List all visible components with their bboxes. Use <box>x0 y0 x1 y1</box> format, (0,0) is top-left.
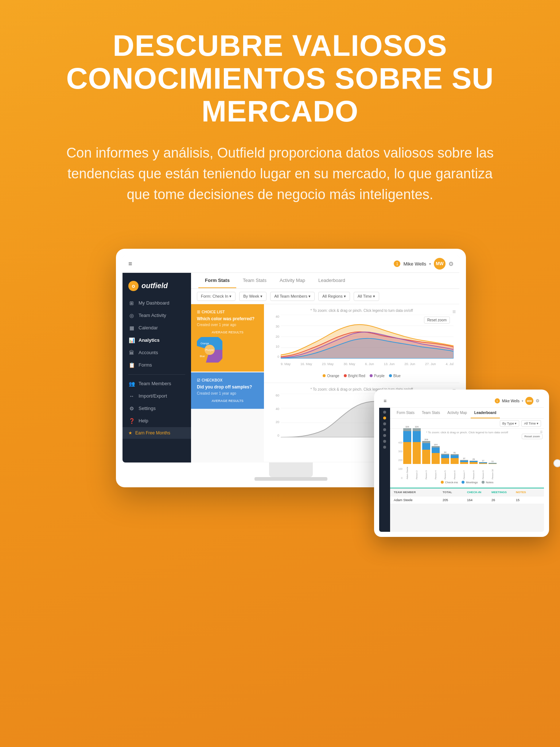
hamburger-icon-1[interactable]: ≡ <box>452 309 456 315</box>
dashboard-icon: ⊞ <box>128 300 135 306</box>
ipad-menu-icon[interactable]: ≡ <box>384 398 386 404</box>
filter-time[interactable]: All Time ▾ <box>354 292 379 301</box>
user-name: Mike Wells <box>403 261 426 267</box>
ipad-avatar: MW <box>525 397 533 405</box>
y-axis-2: 60 40 20 0 <box>270 394 281 437</box>
col-checkin: CHECK-IN <box>467 491 491 494</box>
menu-icon[interactable]: ≡ <box>128 260 132 268</box>
analytics-icon: 📊 <box>128 337 135 343</box>
notification-badge: 1 <box>394 260 400 267</box>
filter-week[interactable]: By Week ▾ <box>239 292 267 301</box>
ipad-nav-dot-3[interactable] <box>383 422 386 425</box>
hero-title-line2: CONOCIMIENTOS SOBRE SU <box>66 62 494 95</box>
ipad-nav-dot-5[interactable] <box>383 434 386 437</box>
calendar-icon: ▦ <box>128 325 135 331</box>
ipad-nav-dot-7[interactable] <box>383 446 386 449</box>
col-notes: NOTES <box>516 491 540 494</box>
ipad-table: TEAM MEMBER TOTAL CHECK-IN MEETINGS NOTE… <box>390 488 544 504</box>
checkbox-avg-label: AVERAGE RESULTS <box>197 399 258 403</box>
accounts-icon: 🏛 <box>128 350 135 356</box>
checkbox-label: ☑ CHECKBOX <box>197 378 258 382</box>
bar-9: 17 Person 9 <box>479 460 487 479</box>
ipad-table-header: TEAM MEMBER TOTAL CHECK-IN MEETINGS NOTE… <box>390 488 544 496</box>
bar-4: 164 Person 4 <box>432 444 440 479</box>
sidebar-item-team-activity[interactable]: ◎ Team Activity <box>122 309 191 322</box>
chart-section-1: ≡ * To zoom: click & drag or pinch. Clic… <box>264 304 459 383</box>
table-row: Adam Steele 205 164 26 15 <box>390 496 544 504</box>
sidebar-item-forms[interactable]: 📋 Forms <box>122 359 191 371</box>
ipad-bar-legend: Check-ins Meetings Notes <box>393 481 541 485</box>
chart-legend-1: Orange Bright Red Purple <box>270 374 454 378</box>
tab-team-stats[interactable]: Team Stats <box>236 273 273 288</box>
choice-list-created: Created over 1 year ago <box>197 323 258 327</box>
bar-6: 91 Person 6 <box>451 452 459 479</box>
hero-section: DESCUBRE VALIOSOS CONOCIMIENTOS SOBRE SU… <box>0 0 560 220</box>
svg-text:Orange: Orange <box>201 342 209 345</box>
sidebar-label-analytics: Analytics <box>139 337 160 343</box>
help-icon: ❓ <box>128 418 135 424</box>
ipad-tab-team-stats[interactable]: Team Stats <box>418 408 444 418</box>
col-team-member: TEAM MEMBER <box>394 491 443 494</box>
row-meetings: 26 <box>491 498 516 502</box>
ipad-sidebar <box>379 408 390 532</box>
ipad-filter-type[interactable]: By Type ▾ <box>500 420 520 427</box>
ipad-bar-chart: 400 300 200 100 0 326 <box>393 436 541 479</box>
ipad-tab-form-stats[interactable]: Form Stats <box>393 408 418 418</box>
tab-form-stats[interactable]: Form Stats <box>198 273 236 288</box>
sidebar-label-calendar: Calendar <box>139 325 158 330</box>
choice-list-question: Which color was preferred? <box>197 316 258 322</box>
chart-note-1: * To zoom: click & drag or pinch. Click … <box>270 309 454 313</box>
sidebar-label-dashboard: My Dashboard <box>139 300 170 306</box>
sidebar-item-team-members[interactable]: 👥 Team Members <box>122 378 191 390</box>
ipad-tab-activity-map[interactable]: Activity Map <box>444 408 471 418</box>
filter-regions[interactable]: All Regions ▾ <box>318 292 350 301</box>
ipad-tab-bar: Form Stats Team Stats Activity Map Leade… <box>390 408 544 419</box>
ipad-home-button[interactable] <box>553 459 560 467</box>
sidebar-item-calendar[interactable]: ▦ Calendar <box>122 322 191 334</box>
filter-form[interactable]: Form: Check In ▾ <box>197 292 236 301</box>
sidebar-item-dashboard[interactable]: ⊞ My Dashboard <box>122 297 191 309</box>
ipad-gear-icon[interactable]: ⚙ <box>536 398 540 403</box>
ipad-nav-dot-6[interactable] <box>383 440 386 443</box>
ipad-legend-notes: Notes <box>482 481 494 484</box>
ipad-filter-time[interactable]: All Time ▾ <box>521 420 541 427</box>
sidebar-item-accounts[interactable]: 🏛 Accounts <box>122 347 191 359</box>
sidebar-label-accounts: Accounts <box>139 350 158 355</box>
ipad-legend-checkin: Check-ins <box>441 481 458 484</box>
row-checkin: 164 <box>467 498 491 502</box>
import-export-icon: ↔ <box>128 393 135 399</box>
tabs: Form Stats Team Stats Activity Map Leade… <box>198 273 352 288</box>
forms-icon: 📋 <box>128 362 135 368</box>
tab-leaderboard[interactable]: Leaderboard <box>312 273 352 288</box>
col-total: TOTAL <box>443 491 467 494</box>
svg-text:Purple: Purple <box>205 348 214 352</box>
row-notes: 15 <box>516 498 540 502</box>
ipad-notification: 1 <box>495 398 500 403</box>
ipad-user-name: Mike Wells <box>502 399 520 403</box>
col-meetings: MEETINGS <box>491 491 516 494</box>
bar-8: 29 Person 8 <box>470 458 478 479</box>
sidebar-item-analytics[interactable]: 📊 Analytics <box>122 334 191 347</box>
filter-bar: Form: Check In ▾ By Week ▾ All Team Memb… <box>191 289 459 304</box>
tab-activity-map[interactable]: Activity Map <box>273 273 312 288</box>
legend-bright-red: Bright Red <box>344 374 365 378</box>
legend-orange: Orange <box>323 374 339 378</box>
avg-results-label: AVERAGE RESULTS <box>197 330 258 334</box>
ipad-tab-leaderboard[interactable]: Leaderboard <box>471 408 500 418</box>
earn-free-months[interactable]: ★ Earn Free Months <box>122 427 191 439</box>
filter-team[interactable]: All Team Members ▾ <box>270 292 315 301</box>
logo-area: o outfield <box>122 276 191 297</box>
sidebar-item-help[interactable]: ❓ Help <box>122 415 191 427</box>
bar-5: 94 Person 5 <box>441 451 449 479</box>
ipad-nav-dot-2[interactable] <box>383 417 386 419</box>
ipad-screen: ≡ 1 Mike Wells ▾ MW ⚙ <box>379 395 544 532</box>
avatar: MW <box>434 258 446 270</box>
desktop-base <box>254 477 327 481</box>
gear-icon[interactable]: ⚙ <box>448 260 454 267</box>
hero-title: DESCUBRE VALIOSOS CONOCIMIENTOS SOBRE SU… <box>44 29 516 128</box>
sidebar-item-import-export[interactable]: ↔ Import/Export <box>122 390 191 402</box>
ipad-nav-dot-4[interactable] <box>383 428 386 431</box>
ipad-nav-dot-1[interactable] <box>383 411 386 414</box>
logo-circle: o <box>128 281 139 291</box>
sidebar-item-settings[interactable]: ⚙ Settings <box>122 402 191 415</box>
